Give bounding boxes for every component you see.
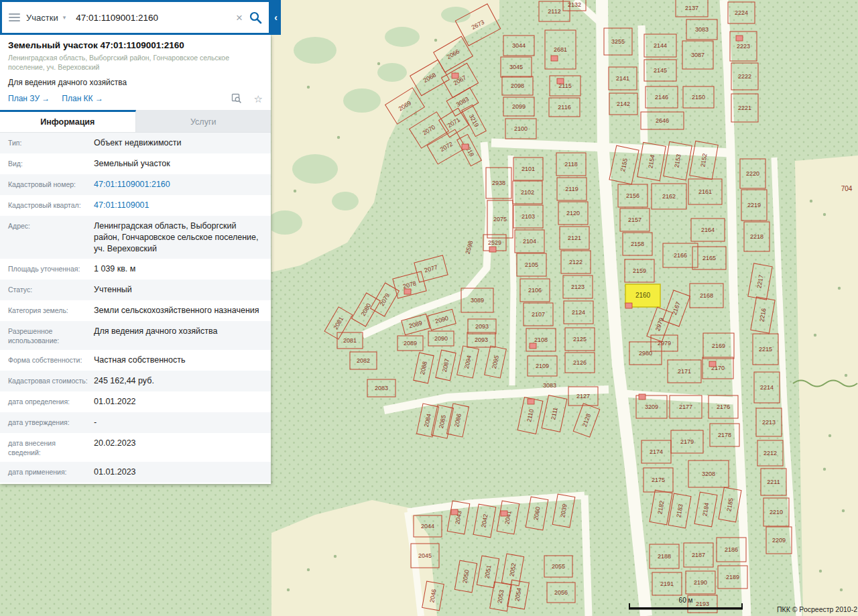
tree-icon <box>810 200 812 202</box>
search-button[interactable] <box>249 11 262 24</box>
parcel[interactable]: 704 <box>841 185 853 192</box>
info-row: Тип:Объект недвижимости <box>0 133 271 153</box>
plan-links-row: План ЗУ → План КК → ☆ <box>8 93 263 104</box>
parcel-number: 2156 <box>626 192 639 199</box>
parcel-number: 2212 <box>763 450 777 456</box>
parcel-number: 2104 <box>523 238 536 245</box>
parcel-number: 2529 <box>488 239 501 246</box>
parcel-number: 2193 <box>696 601 709 607</box>
info-row-value: Частная собственность <box>94 355 263 366</box>
building <box>462 144 469 149</box>
parcel-number: 2141 <box>616 75 629 82</box>
parcel-number: 2213 <box>762 419 776 426</box>
parcel[interactable]: 3083 <box>543 382 556 389</box>
favorite-star-icon[interactable]: ☆ <box>254 94 263 104</box>
parcel-number: 2100 <box>514 125 528 132</box>
parcel-number: 2083 <box>375 385 388 391</box>
building <box>451 509 458 515</box>
scale-bar <box>629 607 743 610</box>
grove <box>343 88 381 113</box>
parcel-number: 2168 <box>700 292 713 299</box>
parcel-number: 2121 <box>568 235 581 241</box>
parcel-number: 2044 <box>421 523 434 530</box>
parcel-number: 2219 <box>747 202 761 208</box>
tree-icon <box>842 509 845 512</box>
info-row-value-link[interactable]: 47:01:1109001:2160 <box>94 179 263 190</box>
parcel-number: 2161 <box>698 188 712 195</box>
tree-icon <box>337 136 340 139</box>
info-row: дата определения:01.01.2022 <box>0 391 271 412</box>
parcel-number: 2107 <box>532 311 545 318</box>
parcel-summary: Земельный участок 47:01:1109001:2160 Лен… <box>0 35 271 110</box>
parcel-number: 2186 <box>725 546 738 553</box>
tree-icon <box>307 86 310 88</box>
search-icon <box>249 11 262 24</box>
parcel-number: 2132 <box>568 1 581 8</box>
info-row: Вид:Земельный участок <box>0 153 271 174</box>
parcel-number: 2099 <box>512 103 526 110</box>
info-row-label: Категория земель: <box>8 305 94 316</box>
info-row-value: Объект недвижимости <box>94 137 263 149</box>
info-row: дата внесения сведений:20.02.2023 <box>0 433 271 462</box>
info-row-label: Статус: <box>8 284 94 296</box>
parcel-number: 3255 <box>611 38 625 45</box>
parcel-number: 2215 <box>759 346 772 353</box>
parcel-number: 2122 <box>569 259 583 265</box>
parcel-usage: Для ведения дачного хозяйства <box>8 78 263 87</box>
parcel-number: 2118 <box>564 161 577 168</box>
tree-icon <box>829 434 831 437</box>
preview-icon[interactable] <box>231 93 242 104</box>
building <box>452 73 458 78</box>
info-row-value: 20.02.2023 <box>94 438 263 457</box>
plan-zu-link[interactable]: План ЗУ → <box>8 94 50 103</box>
tree-icon <box>334 555 336 558</box>
parcel-number: 2191 <box>660 580 674 587</box>
search-category-dropdown[interactable]: Участки ▾ <box>26 13 68 23</box>
parcel-number: 2119 <box>565 186 578 192</box>
building <box>551 56 558 61</box>
parcel-number: 3083 <box>543 382 556 389</box>
parcel-number: 2126 <box>573 359 587 366</box>
grove <box>377 63 407 82</box>
info-row-value-link[interactable]: 47:01:1109001 <box>94 200 263 211</box>
parcel-number: 2174 <box>650 448 663 455</box>
parcel-number: 2979 <box>658 340 671 347</box>
parcel-number: 2178 <box>718 432 731 438</box>
grove <box>294 37 336 64</box>
parcel-number: 2056 <box>554 589 568 596</box>
parcel-number: 2189 <box>726 574 739 580</box>
parcel-number: 2125 <box>573 336 587 343</box>
collapse-panel-button[interactable]: ‹ <box>271 0 281 35</box>
tab-information[interactable]: Информация <box>0 110 136 132</box>
info-row: Статус:Учтенный <box>0 280 271 300</box>
parcel-number: 3087 <box>691 52 704 58</box>
info-row-label: Площадь уточненная: <box>8 263 94 275</box>
info-row: дата утверждения:- <box>0 412 271 433</box>
tree-icon <box>434 39 437 42</box>
plan-kk-link[interactable]: План КК → <box>62 94 103 103</box>
info-row: Площадь уточненная:1 039 кв. м <box>0 259 271 280</box>
info-row: Кадастровый квартал:47:01:1109001 <box>0 195 271 216</box>
tab-services[interactable]: Услуги <box>136 110 271 132</box>
grove <box>332 192 359 210</box>
parcel-number: 2176 <box>717 404 730 410</box>
parcel-number: 2150 <box>692 94 705 101</box>
building <box>736 36 743 41</box>
parcel-number: 3089 <box>471 297 484 304</box>
menu-icon[interactable] <box>9 11 20 23</box>
road <box>585 495 589 616</box>
info-row-label: Вид: <box>8 158 94 170</box>
chevron-down-icon: ▾ <box>63 15 66 21</box>
search-input[interactable] <box>74 12 230 23</box>
clear-search-icon[interactable]: × <box>236 12 243 23</box>
info-panel: Земельный участок 47:01:1109001:2160 Лен… <box>0 35 271 484</box>
parcel-number: 2224 <box>735 9 748 16</box>
building <box>709 361 716 367</box>
parcel-number: 2093 <box>475 323 489 330</box>
parcel-number: 2169 <box>712 343 725 349</box>
search-bar: Участки ▾ × <box>0 0 271 35</box>
parcel-number: 2144 <box>654 42 667 49</box>
parcel-number: 2127 <box>576 393 590 399</box>
search-category-label: Участки <box>26 13 58 23</box>
parcel-number: 2157 <box>628 217 641 223</box>
